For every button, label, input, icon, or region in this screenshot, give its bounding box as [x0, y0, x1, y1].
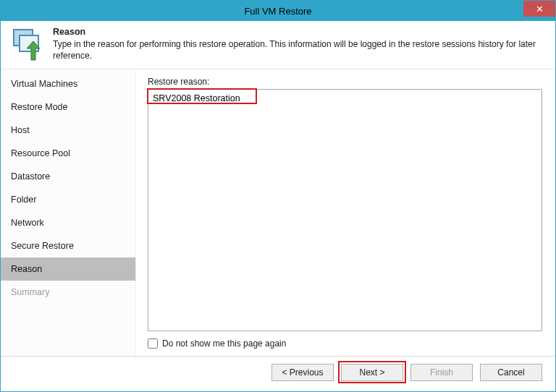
- close-icon: ✕: [536, 4, 544, 14]
- sidebar-item-summary: Summary: [1, 281, 135, 304]
- sidebar-item-resource-pool[interactable]: Resource Pool: [1, 142, 135, 165]
- sidebar-item-host[interactable]: Host: [1, 119, 135, 142]
- wizard-header: Reason Type in the reason for performing…: [1, 21, 555, 69]
- previous-button[interactable]: < Previous: [271, 364, 334, 381]
- dont-show-again-label: Do not show me this page again: [162, 338, 286, 349]
- window-title: Full VM Restore: [1, 6, 555, 17]
- header-title: Reason: [53, 27, 547, 37]
- wizard-footer: < Previous Next > Finish Cancel: [1, 356, 555, 391]
- cancel-button[interactable]: Cancel: [480, 364, 542, 381]
- sidebar-item-folder[interactable]: Folder: [1, 188, 135, 211]
- sidebar-item-reason[interactable]: Reason: [1, 257, 135, 281]
- titlebar: Full VM Restore ✕: [1, 1, 555, 21]
- restore-icon: [9, 27, 44, 61]
- sidebar-item-datastore[interactable]: Datastore: [1, 165, 135, 188]
- header-description: Type in the reason for performing this r…: [53, 38, 547, 61]
- dont-show-again-row[interactable]: Do not show me this page again: [148, 338, 542, 349]
- reason-textarea-wrap: [148, 89, 542, 331]
- sidebar-item-virtual-machines[interactable]: Virtual Machines: [1, 72, 135, 95]
- reason-input[interactable]: [148, 89, 542, 331]
- next-button[interactable]: Next >: [341, 364, 403, 381]
- dont-show-again-checkbox[interactable]: [148, 338, 158, 349]
- wizard-main: Restore reason: Do not show me this page…: [136, 69, 555, 356]
- finish-button: Finish: [410, 364, 473, 381]
- sidebar-item-restore-mode[interactable]: Restore Mode: [1, 95, 135, 119]
- sidebar-item-secure-restore[interactable]: Secure Restore: [1, 234, 135, 257]
- wizard-window: Full VM Restore ✕ Reason Type in the rea…: [0, 0, 556, 392]
- header-text: Reason Type in the reason for performing…: [53, 27, 547, 61]
- close-button[interactable]: ✕: [523, 1, 555, 17]
- wizard-steps-sidebar: Virtual Machines Restore Mode Host Resou…: [1, 69, 136, 356]
- sidebar-item-network[interactable]: Network: [1, 211, 135, 234]
- wizard-body: Virtual Machines Restore Mode Host Resou…: [1, 69, 555, 356]
- reason-label: Restore reason:: [148, 77, 542, 87]
